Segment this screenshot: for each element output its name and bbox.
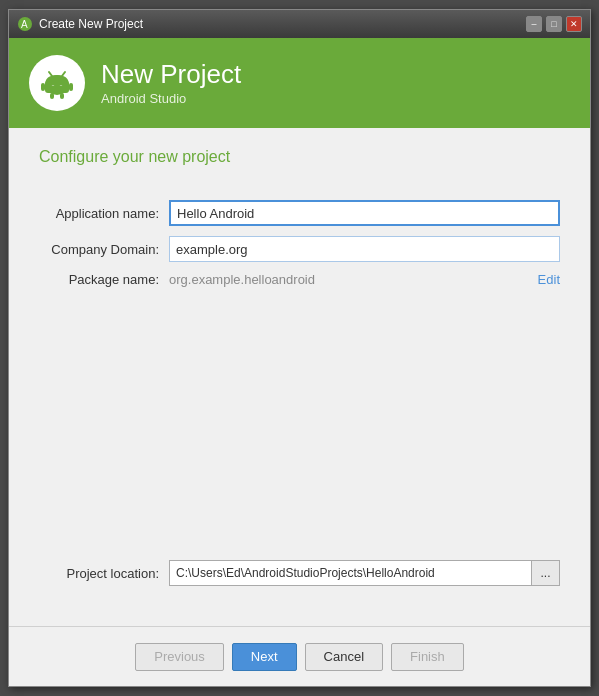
main-window: A Create New Project – □ ✕ — [8, 9, 591, 687]
minimize-button[interactable]: – — [526, 16, 542, 32]
svg-rect-10 — [41, 83, 45, 91]
app-name-label: Application name: — [39, 206, 169, 221]
project-location-row: Project location: ... — [39, 560, 560, 586]
browse-button[interactable]: ... — [532, 560, 560, 586]
section-title: Configure your new project — [39, 148, 560, 166]
previous-button[interactable]: Previous — [135, 643, 224, 671]
title-bar-text: Create New Project — [39, 17, 143, 31]
package-name-value: org.example.helloandroid — [169, 272, 530, 287]
svg-rect-9 — [60, 93, 64, 99]
svg-rect-8 — [50, 93, 54, 99]
project-location-section: Project location: ... — [39, 560, 560, 586]
window-icon: A — [17, 16, 33, 32]
svg-line-6 — [49, 72, 52, 76]
maximize-button[interactable]: □ — [546, 16, 562, 32]
package-name-row: Package name: org.example.helloandroid E… — [39, 272, 560, 287]
company-domain-label: Company Domain: — [39, 242, 169, 257]
package-name-area: org.example.helloandroid Edit — [169, 272, 560, 287]
android-icon — [39, 65, 75, 101]
header-banner: New Project Android Studio — [9, 38, 590, 128]
title-bar-controls: – □ ✕ — [526, 16, 582, 32]
footer: Previous Next Cancel Finish — [9, 626, 590, 686]
svg-text:A: A — [21, 19, 28, 30]
header-subtitle: Android Studio — [101, 91, 241, 106]
svg-line-7 — [62, 72, 65, 76]
main-content: Configure your new project Application n… — [9, 128, 590, 626]
company-domain-row: Company Domain: — [39, 236, 560, 262]
form-area: Application name: Company Domain: Packag… — [39, 200, 560, 287]
app-name-row: Application name: — [39, 200, 560, 226]
svg-rect-11 — [69, 83, 73, 91]
project-location-input[interactable] — [169, 560, 532, 586]
title-bar-left: A Create New Project — [17, 16, 143, 32]
finish-button[interactable]: Finish — [391, 643, 464, 671]
edit-link[interactable]: Edit — [538, 272, 560, 287]
next-button[interactable]: Next — [232, 643, 297, 671]
title-bar: A Create New Project – □ ✕ — [9, 10, 590, 38]
company-domain-input[interactable] — [169, 236, 560, 262]
project-location-label: Project location: — [39, 566, 169, 581]
header-title: New Project — [101, 60, 241, 89]
app-name-input[interactable] — [169, 200, 560, 226]
close-button[interactable]: ✕ — [566, 16, 582, 32]
package-name-label: Package name: — [39, 272, 169, 287]
android-logo — [29, 55, 85, 111]
header-text: New Project Android Studio — [101, 60, 241, 106]
cancel-button[interactable]: Cancel — [305, 643, 383, 671]
location-input-wrap: ... — [169, 560, 560, 586]
